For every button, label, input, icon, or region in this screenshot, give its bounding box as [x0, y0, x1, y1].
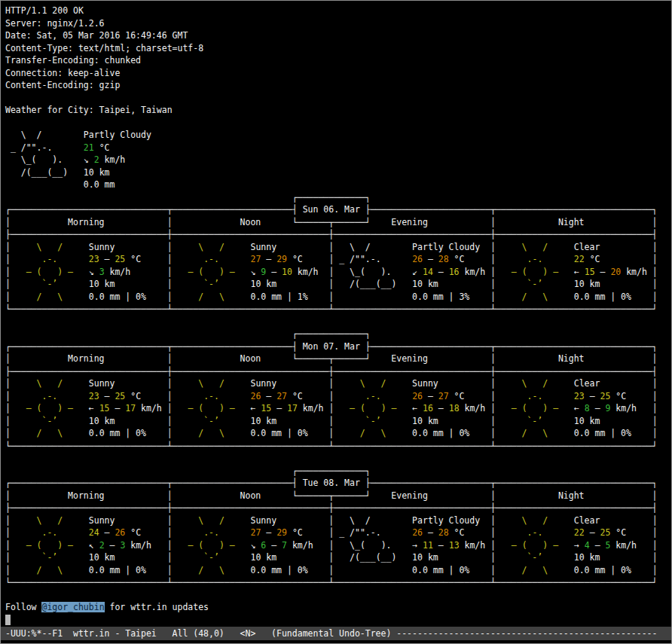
terminal-line: /(___(__) 10 km	[5, 166, 671, 179]
terminal-line: │ `-’ 10 km │ `-’ 10 km │ /(___(__) 10 k…	[5, 278, 671, 291]
text-run: Follow	[5, 602, 41, 612]
text-run: \ /	[334, 515, 412, 526]
terminal-line: ┌──────────────────────────────┬────────…	[5, 340, 671, 353]
text-run: `-’	[496, 279, 574, 289]
terminal-buffer[interactable]: HTTP/1.1 200 OKServer: nginx/1.2.6Date: …	[1, 1, 671, 626]
text-run: 25	[115, 254, 125, 264]
text-run: 27	[438, 391, 449, 401]
terminal-line: │ .-. 24 – 26 °C │ .-. 27 – 29 °C │ _ /"…	[5, 526, 671, 539]
text-run: 10 km	[574, 416, 600, 426]
text-run: –	[423, 254, 438, 264]
text-run: │	[141, 527, 173, 538]
text-run: / \	[173, 565, 251, 575]
text-run: 10 km	[412, 416, 438, 426]
text-run: │	[276, 279, 334, 289]
text-run: 10 km	[89, 552, 115, 563]
text-run: for wttr.in updates	[105, 602, 209, 612]
text-run: │	[141, 391, 173, 401]
text-run: │	[464, 391, 496, 401]
text-run: │	[308, 291, 334, 302]
text-run: │	[5, 416, 11, 426]
text-run: °C	[449, 254, 465, 264]
text-run: / \	[173, 428, 251, 438]
text-run: ― ( ) ―	[334, 403, 412, 414]
text-run: │	[480, 515, 496, 526]
terminal-line: ┌──────────────────────────────┬────────…	[5, 203, 671, 216]
text-run: ┌─────────────┐	[5, 465, 371, 476]
terminal-window: HTTP/1.1 200 OKServer: nginx/1.2.6Date: …	[1, 1, 671, 644]
text-run: km/h	[105, 267, 131, 277]
text-run: │ Morning │ Noon └──────┬──────┘ Evening…	[5, 217, 657, 227]
text-run: \ /	[11, 378, 89, 389]
text-run: │	[276, 378, 334, 389]
text-run: °C	[610, 391, 626, 401]
text-run: –	[266, 540, 282, 551]
text-run: °C	[287, 254, 303, 264]
text-run: │	[303, 527, 334, 538]
text-run: –	[261, 527, 276, 538]
text-run: │	[5, 279, 11, 289]
text-run: 29	[276, 527, 287, 538]
text-run: 25	[600, 527, 611, 538]
text-run: │	[637, 540, 658, 551]
text-run: 0.0 mm | 0%	[412, 565, 469, 575]
text-run: 0.0 mm | 0%	[89, 565, 146, 575]
text-run: 10 km	[412, 552, 438, 563]
text-run: │	[323, 403, 334, 414]
text-run: ←	[574, 267, 585, 277]
text-run: /(___(__)	[5, 167, 84, 178]
text-run: / \	[11, 565, 89, 575]
terminal-line: HTTP/1.1 200 OK	[5, 5, 671, 17]
text-run: \ /	[334, 242, 412, 252]
text-run: 28	[438, 254, 449, 264]
text-run: ↘	[89, 267, 99, 277]
text-run: °C	[125, 254, 141, 264]
text-run: 27	[250, 254, 261, 264]
text-run: Sunny	[89, 242, 115, 252]
cursor-block	[5, 615, 11, 625]
twitter-handle-link[interactable]: @igor_chubin	[41, 602, 104, 612]
text-run: _ /"".-.	[334, 254, 412, 264]
text-run: 10 km	[250, 279, 276, 289]
text-run: °C	[125, 391, 141, 401]
text-run: │	[308, 565, 334, 575]
text-run: │	[146, 291, 173, 302]
terminal-line: │ .-. 23 – 25 °C │ .-. 26 – 27 °C │ .-. …	[5, 390, 671, 403]
text-run: 0.0 mm | 0%	[89, 291, 146, 302]
text-run: –	[110, 403, 126, 414]
text-run: \_( ).	[334, 267, 412, 277]
text-run: / \	[496, 291, 574, 302]
text-run: ←	[412, 403, 423, 414]
text-run: 10 km	[84, 167, 110, 178]
text-run: │	[5, 527, 11, 538]
text-run: Sunny	[412, 378, 438, 389]
text-run: │	[115, 416, 172, 426]
text-run: km/h	[460, 267, 486, 277]
text-run: →	[412, 540, 423, 551]
text-run	[334, 565, 412, 575]
text-run: │	[5, 403, 11, 414]
text-run: │	[600, 254, 658, 264]
terminal-line: ┌──────────────────────────────┬────────…	[5, 477, 671, 490]
text-run: │	[303, 254, 334, 264]
echo-area	[1, 640, 671, 644]
text-run: ― ( ) ―	[173, 403, 251, 414]
text-run: .-.	[11, 527, 89, 538]
text-run: km/h	[99, 154, 126, 165]
text-run: \_( ).	[334, 540, 412, 551]
text-run: │	[600, 242, 657, 252]
terminal-line: Date: Sat, 05 Mar 2016 16:49:46 GMT	[5, 29, 671, 42]
text-run: \ /	[173, 242, 251, 252]
text-run: 26	[115, 527, 125, 538]
text-run: .-.	[173, 391, 251, 401]
text-run: │	[464, 254, 496, 264]
text-run: │	[469, 565, 496, 575]
text-run: │	[276, 242, 334, 252]
text-run: ┌─────────────┐	[5, 192, 371, 203]
terminal-line: │ ― ( ) ― ↘ 3 km/h │ ― ( ) ― ↘ 9 – 10 km…	[5, 266, 671, 279]
text-run: `-’	[334, 416, 412, 426]
text-run: \ /	[11, 515, 89, 526]
text-run: Clear	[574, 515, 600, 526]
text-run: \ /	[11, 242, 89, 252]
terminal-line: │ / \ 0.0 mm | 0% │ / \ 0.0 mm | 0% │ 0.…	[5, 564, 671, 577]
